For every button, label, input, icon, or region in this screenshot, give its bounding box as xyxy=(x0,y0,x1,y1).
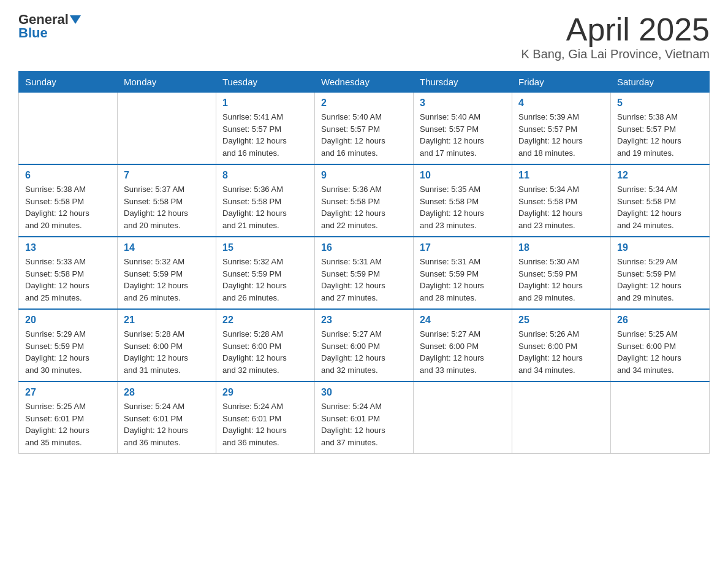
calendar-cell: 17Sunrise: 5:31 AM Sunset: 5:59 PM Dayli… xyxy=(414,237,512,309)
logo-text-blue: Blue xyxy=(18,26,48,40)
day-info: Sunrise: 5:36 AM Sunset: 5:58 PM Dayligh… xyxy=(321,183,407,231)
day-number: 13 xyxy=(25,242,111,253)
day-number: 1 xyxy=(222,98,308,109)
calendar-cell: 5Sunrise: 5:38 AM Sunset: 5:57 PM Daylig… xyxy=(611,93,710,165)
calendar-cell: 24Sunrise: 5:27 AM Sunset: 6:00 PM Dayli… xyxy=(414,309,512,381)
calendar-cell: 13Sunrise: 5:33 AM Sunset: 5:58 PM Dayli… xyxy=(19,237,118,309)
calendar-cell xyxy=(512,381,611,454)
header-sunday: Sunday xyxy=(19,72,118,93)
day-number: 10 xyxy=(420,170,506,181)
day-number: 8 xyxy=(222,170,308,181)
day-info: Sunrise: 5:29 AM Sunset: 5:59 PM Dayligh… xyxy=(25,328,111,376)
header-saturday: Saturday xyxy=(611,72,710,93)
calendar-cell: 16Sunrise: 5:31 AM Sunset: 5:59 PM Dayli… xyxy=(315,237,414,309)
calendar-cell: 4Sunrise: 5:39 AM Sunset: 5:57 PM Daylig… xyxy=(512,93,611,165)
day-info: Sunrise: 5:24 AM Sunset: 6:01 PM Dayligh… xyxy=(321,400,407,448)
day-number: 18 xyxy=(518,242,604,253)
day-number: 15 xyxy=(222,242,308,253)
day-info: Sunrise: 5:34 AM Sunset: 5:58 PM Dayligh… xyxy=(518,183,604,231)
day-number: 21 xyxy=(124,315,210,326)
calendar-week-4: 20Sunrise: 5:29 AM Sunset: 5:59 PM Dayli… xyxy=(19,309,710,381)
calendar-cell: 18Sunrise: 5:30 AM Sunset: 5:59 PM Dayli… xyxy=(512,237,611,309)
header-wednesday: Wednesday xyxy=(315,72,414,93)
page-header: General Blue April 2025 K Bang, Gia Lai … xyxy=(18,12,710,61)
logo: General Blue xyxy=(18,12,81,40)
calendar-cell: 3Sunrise: 5:40 AM Sunset: 5:57 PM Daylig… xyxy=(414,93,512,165)
day-number: 22 xyxy=(222,315,308,326)
day-info: Sunrise: 5:41 AM Sunset: 5:57 PM Dayligh… xyxy=(222,111,308,159)
day-info: Sunrise: 5:27 AM Sunset: 6:00 PM Dayligh… xyxy=(321,328,407,376)
header-tuesday: Tuesday xyxy=(216,72,315,93)
calendar-cell: 30Sunrise: 5:24 AM Sunset: 6:01 PM Dayli… xyxy=(315,381,414,454)
calendar-header-row: SundayMondayTuesdayWednesdayThursdayFrid… xyxy=(19,72,710,93)
calendar-cell: 7Sunrise: 5:37 AM Sunset: 5:58 PM Daylig… xyxy=(118,164,216,237)
day-info: Sunrise: 5:29 AM Sunset: 5:59 PM Dayligh… xyxy=(617,256,703,304)
day-info: Sunrise: 5:32 AM Sunset: 5:59 PM Dayligh… xyxy=(222,256,308,304)
calendar-cell: 28Sunrise: 5:24 AM Sunset: 6:01 PM Dayli… xyxy=(118,381,216,454)
header-friday: Friday xyxy=(512,72,611,93)
calendar-cell: 29Sunrise: 5:24 AM Sunset: 6:01 PM Dayli… xyxy=(216,381,315,454)
logo-triangle-icon xyxy=(70,15,81,24)
day-info: Sunrise: 5:28 AM Sunset: 6:00 PM Dayligh… xyxy=(222,328,308,376)
day-info: Sunrise: 5:40 AM Sunset: 5:57 PM Dayligh… xyxy=(420,111,506,159)
calendar-cell: 12Sunrise: 5:34 AM Sunset: 5:58 PM Dayli… xyxy=(611,164,710,237)
day-info: Sunrise: 5:40 AM Sunset: 5:57 PM Dayligh… xyxy=(321,111,407,159)
day-info: Sunrise: 5:37 AM Sunset: 5:58 PM Dayligh… xyxy=(124,183,210,231)
day-number: 24 xyxy=(420,315,506,326)
day-number: 12 xyxy=(617,170,703,181)
day-number: 19 xyxy=(617,242,703,253)
day-number: 17 xyxy=(420,242,506,253)
day-info: Sunrise: 5:31 AM Sunset: 5:59 PM Dayligh… xyxy=(420,256,506,304)
day-number: 2 xyxy=(321,98,407,109)
day-number: 27 xyxy=(25,387,111,398)
day-number: 3 xyxy=(420,98,506,109)
day-number: 16 xyxy=(321,242,407,253)
calendar-week-2: 6Sunrise: 5:38 AM Sunset: 5:58 PM Daylig… xyxy=(19,164,710,237)
calendar-subtitle: K Bang, Gia Lai Province, Vietnam xyxy=(521,47,710,61)
calendar-cell: 21Sunrise: 5:28 AM Sunset: 6:00 PM Dayli… xyxy=(118,309,216,381)
calendar-cell: 14Sunrise: 5:32 AM Sunset: 5:59 PM Dayli… xyxy=(118,237,216,309)
calendar-cell: 10Sunrise: 5:35 AM Sunset: 5:58 PM Dayli… xyxy=(414,164,512,237)
calendar-table: SundayMondayTuesdayWednesdayThursdayFrid… xyxy=(18,71,710,454)
day-info: Sunrise: 5:26 AM Sunset: 6:00 PM Dayligh… xyxy=(518,328,604,376)
day-info: Sunrise: 5:33 AM Sunset: 5:58 PM Dayligh… xyxy=(25,256,111,304)
day-number: 20 xyxy=(25,315,111,326)
day-info: Sunrise: 5:31 AM Sunset: 5:59 PM Dayligh… xyxy=(321,256,407,304)
day-info: Sunrise: 5:28 AM Sunset: 6:00 PM Dayligh… xyxy=(124,328,210,376)
day-info: Sunrise: 5:32 AM Sunset: 5:59 PM Dayligh… xyxy=(124,256,210,304)
day-number: 9 xyxy=(321,170,407,181)
day-info: Sunrise: 5:36 AM Sunset: 5:58 PM Dayligh… xyxy=(222,183,308,231)
calendar-cell: 25Sunrise: 5:26 AM Sunset: 6:00 PM Dayli… xyxy=(512,309,611,381)
calendar-cell: 22Sunrise: 5:28 AM Sunset: 6:00 PM Dayli… xyxy=(216,309,315,381)
day-info: Sunrise: 5:25 AM Sunset: 6:00 PM Dayligh… xyxy=(617,328,703,376)
title-block: April 2025 K Bang, Gia Lai Province, Vie… xyxy=(521,12,710,61)
calendar-week-1: 1Sunrise: 5:41 AM Sunset: 5:57 PM Daylig… xyxy=(19,93,710,165)
calendar-cell xyxy=(19,93,118,165)
day-number: 4 xyxy=(518,98,604,109)
calendar-cell xyxy=(611,381,710,454)
day-info: Sunrise: 5:38 AM Sunset: 5:58 PM Dayligh… xyxy=(25,183,111,231)
day-number: 25 xyxy=(518,315,604,326)
calendar-cell: 23Sunrise: 5:27 AM Sunset: 6:00 PM Dayli… xyxy=(315,309,414,381)
day-info: Sunrise: 5:34 AM Sunset: 5:58 PM Dayligh… xyxy=(617,183,703,231)
calendar-cell: 6Sunrise: 5:38 AM Sunset: 5:58 PM Daylig… xyxy=(19,164,118,237)
calendar-cell xyxy=(118,93,216,165)
day-number: 14 xyxy=(124,242,210,253)
calendar-cell: 1Sunrise: 5:41 AM Sunset: 5:57 PM Daylig… xyxy=(216,93,315,165)
calendar-cell: 11Sunrise: 5:34 AM Sunset: 5:58 PM Dayli… xyxy=(512,164,611,237)
day-number: 7 xyxy=(124,170,210,181)
day-info: Sunrise: 5:30 AM Sunset: 5:59 PM Dayligh… xyxy=(518,256,604,304)
calendar-cell: 2Sunrise: 5:40 AM Sunset: 5:57 PM Daylig… xyxy=(315,93,414,165)
calendar-cell: 9Sunrise: 5:36 AM Sunset: 5:58 PM Daylig… xyxy=(315,164,414,237)
day-number: 28 xyxy=(124,387,210,398)
day-info: Sunrise: 5:39 AM Sunset: 5:57 PM Dayligh… xyxy=(518,111,604,159)
day-number: 5 xyxy=(617,98,703,109)
day-number: 29 xyxy=(222,387,308,398)
calendar-cell: 27Sunrise: 5:25 AM Sunset: 6:01 PM Dayli… xyxy=(19,381,118,454)
calendar-cell: 8Sunrise: 5:36 AM Sunset: 5:58 PM Daylig… xyxy=(216,164,315,237)
calendar-cell: 19Sunrise: 5:29 AM Sunset: 5:59 PM Dayli… xyxy=(611,237,710,309)
day-info: Sunrise: 5:35 AM Sunset: 5:58 PM Dayligh… xyxy=(420,183,506,231)
calendar-week-5: 27Sunrise: 5:25 AM Sunset: 6:01 PM Dayli… xyxy=(19,381,710,454)
calendar-cell: 26Sunrise: 5:25 AM Sunset: 6:00 PM Dayli… xyxy=(611,309,710,381)
day-info: Sunrise: 5:24 AM Sunset: 6:01 PM Dayligh… xyxy=(124,400,210,448)
